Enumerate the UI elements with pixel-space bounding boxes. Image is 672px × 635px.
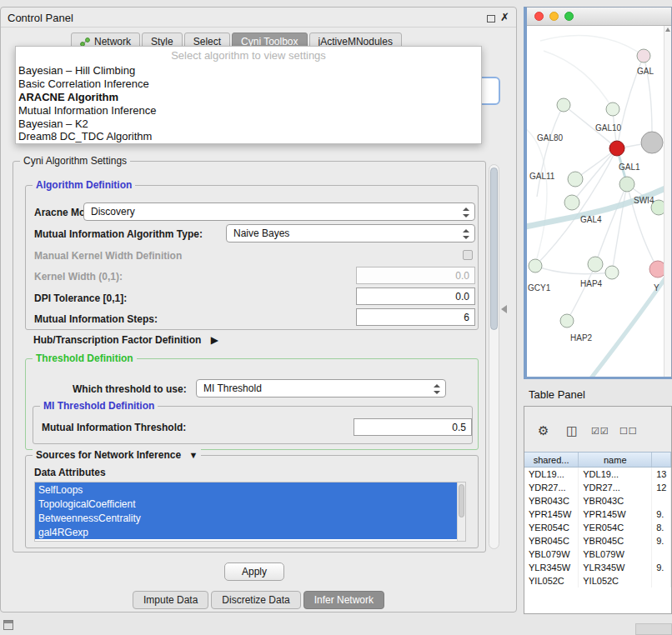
column-header-partial[interactable] bbox=[652, 452, 671, 467]
scroll-up-icon[interactable] bbox=[665, 28, 670, 32]
mi-algorithm-type-label: Mutual Information Algorithm Type: bbox=[34, 228, 203, 240]
table-header: shared... name bbox=[524, 452, 671, 468]
zoom-traffic-light[interactable] bbox=[564, 12, 574, 21]
apply-button[interactable]: Apply bbox=[224, 562, 284, 581]
dpi-tolerance-label: DPI Tolerance [0,1]: bbox=[34, 292, 127, 304]
restore-panel-icon[interactable] bbox=[3, 620, 13, 630]
algorithm-option[interactable]: Dream8 DC_TDC Algorithm bbox=[16, 130, 481, 143]
cell: YLR345W bbox=[579, 561, 652, 574]
network-node[interactable] bbox=[641, 132, 663, 153]
table-row[interactable]: YBR045C YBR045C 9. bbox=[524, 534, 671, 548]
chevron-updown-icon bbox=[434, 383, 440, 395]
column-header-shared-name[interactable]: shared... bbox=[524, 452, 579, 467]
minimize-traffic-light[interactable] bbox=[549, 12, 559, 21]
network-node[interactable] bbox=[564, 195, 579, 210]
network-node[interactable] bbox=[560, 314, 574, 328]
network-node[interactable] bbox=[609, 141, 624, 156]
algorithm-option[interactable]: Mutual Information Inference bbox=[16, 103, 481, 117]
cell: YBR045C bbox=[579, 534, 652, 548]
gear-icon[interactable]: ⚙ bbox=[538, 423, 549, 438]
cell: YBR043C bbox=[524, 494, 579, 508]
cell: YER054C bbox=[524, 521, 579, 534]
table-panel-title: Table Panel bbox=[529, 388, 585, 401]
screen: Control Panel ✗ Network Style Select Cyn… bbox=[0, 0, 672, 635]
network-node-labels: GAL GAL80 GAL10 GAL11 GAL1 SWI4 GAL4 GCY… bbox=[528, 67, 659, 342]
network-node[interactable] bbox=[637, 49, 650, 62]
cell: 9. bbox=[652, 508, 671, 521]
sources-group-title[interactable]: Sources for Network Inference ▼ bbox=[33, 449, 201, 461]
table-row[interactable]: YBR043C YBR043C bbox=[524, 494, 671, 508]
close-icon[interactable]: ✗ bbox=[500, 11, 509, 23]
dpi-tolerance-field[interactable]: 0.0 bbox=[356, 288, 475, 305]
network-node[interactable] bbox=[619, 177, 634, 192]
cell: YER054C bbox=[579, 521, 652, 534]
mi-algorithm-type-select[interactable]: Naive Bayes bbox=[226, 224, 475, 242]
node-label: HAP4 bbox=[580, 279, 603, 288]
network-node[interactable] bbox=[649, 261, 664, 278]
close-traffic-light[interactable] bbox=[534, 12, 544, 21]
cell bbox=[652, 548, 671, 561]
aracne-mode-select[interactable]: Discovery bbox=[83, 202, 475, 221]
data-attributes-label: Data Attributes bbox=[34, 467, 106, 478]
table-row[interactable]: YDL19... YDL19... 13 bbox=[524, 468, 671, 481]
hub-definition-toggle[interactable]: Hub/Transcription Factor Definition ▶ bbox=[33, 334, 218, 346]
columns-icon[interactable]: ◫ bbox=[566, 423, 578, 438]
cell bbox=[652, 494, 671, 508]
cell: 9. bbox=[652, 534, 671, 548]
list-item[interactable]: SelfLoops bbox=[35, 482, 457, 497]
table-row[interactable]: YER054C YER054C 8. bbox=[524, 521, 671, 534]
kernel-width-field[interactable]: 0.0 bbox=[356, 267, 475, 284]
tab-infer-network[interactable]: Infer Network bbox=[303, 591, 384, 609]
algorithm-option[interactable]: Bayesian – K2 bbox=[16, 117, 481, 130]
tab-discretize-data[interactable]: Discretize Data bbox=[211, 591, 300, 609]
float-window-icon[interactable] bbox=[487, 15, 495, 22]
mi-steps-field[interactable]: 6 bbox=[356, 308, 475, 326]
list-item[interactable]: TopologicalCoefficient bbox=[35, 497, 457, 511]
table-panel-window: ⚙ ◫ ☑☑ ☐☐ shared... name YDL19... YDL19.… bbox=[524, 406, 672, 614]
column-header-name[interactable]: name bbox=[579, 452, 652, 467]
which-threshold-value: MI Threshold bbox=[203, 382, 262, 394]
network-window-titlebar bbox=[527, 8, 671, 26]
clear-all-checkboxes-icon[interactable]: ☐☐ bbox=[619, 426, 638, 437]
algorithm-option[interactable]: Basic Correlation Inference bbox=[16, 78, 481, 91]
cell: YDR27... bbox=[579, 481, 652, 494]
algorithm-option-selected[interactable]: ARACNE Algorithm bbox=[16, 91, 481, 104]
algorithm-placeholder: Select algorithm to view settings bbox=[16, 47, 481, 64]
tab-impute-data[interactable]: Impute Data bbox=[133, 591, 208, 609]
table-row[interactable]: YIL052C YIL052C bbox=[524, 574, 671, 588]
network-node[interactable] bbox=[588, 257, 603, 272]
cell: YLR345W bbox=[524, 561, 579, 574]
list-item[interactable]: BetweennessCentrality bbox=[35, 511, 457, 525]
cell: 8. bbox=[652, 521, 671, 534]
settings-scrollbar[interactable] bbox=[489, 164, 499, 549]
network-node[interactable] bbox=[529, 259, 542, 272]
settings-scrollbar-thumb[interactable] bbox=[490, 168, 498, 330]
mi-threshold-field[interactable]: 0.5 bbox=[354, 418, 472, 436]
network-node[interactable] bbox=[557, 98, 570, 112]
which-threshold-select[interactable]: MI Threshold bbox=[196, 379, 446, 398]
table-row[interactable]: YBL079W YBL079W bbox=[524, 548, 671, 561]
panel-splitter-icon[interactable] bbox=[501, 305, 507, 313]
network-node[interactable] bbox=[606, 102, 619, 116]
network-scrollbar[interactable] bbox=[664, 26, 671, 377]
node-label: SWI4 bbox=[634, 196, 654, 205]
cell: 9. bbox=[652, 561, 671, 574]
node-label: GAL bbox=[637, 67, 654, 76]
table-row[interactable]: YDR27... YDR27... 12 bbox=[524, 481, 671, 494]
algorithm-option[interactable]: Bayesian – Hill Climbing bbox=[16, 64, 481, 78]
manual-kernel-width-checkbox[interactable] bbox=[463, 250, 473, 260]
node-label: GCY1 bbox=[528, 283, 551, 292]
network-canvas[interactable]: GAL GAL80 GAL10 GAL11 GAL1 SWI4 GAL4 GCY… bbox=[527, 26, 671, 377]
list-scrollbar[interactable] bbox=[457, 482, 465, 541]
expand-down-icon: ▼ bbox=[188, 450, 198, 460]
data-attributes-list: SelfLoops TopologicalCoefficient Between… bbox=[34, 482, 466, 542]
cell: YDL19... bbox=[524, 468, 579, 481]
select-all-checkboxes-icon[interactable]: ☑☑ bbox=[591, 426, 609, 437]
threshold-definition-title: Threshold Definition bbox=[33, 352, 137, 364]
list-item[interactable]: gal4RGexp bbox=[35, 525, 457, 539]
table-row[interactable]: YPR145W YPR145W 9. bbox=[524, 508, 671, 521]
table-row[interactable]: YLR345W YLR345W 9. bbox=[524, 561, 671, 574]
network-node[interactable] bbox=[605, 266, 619, 279]
node-label: GAL80 bbox=[537, 133, 564, 142]
network-node[interactable] bbox=[568, 172, 583, 187]
